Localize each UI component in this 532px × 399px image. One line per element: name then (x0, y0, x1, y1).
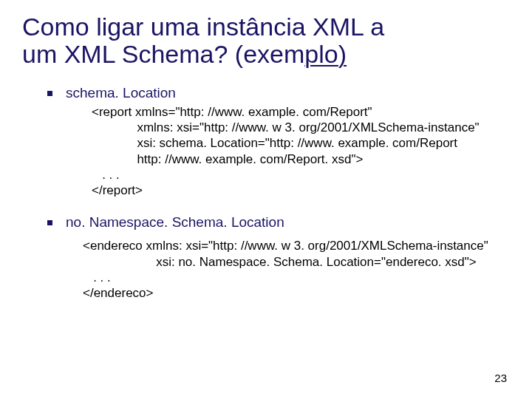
code-block-no-namespace: <endereco xmlns: xsi="http: //www. w 3. … (83, 238, 510, 301)
bullet-square-icon (47, 220, 52, 225)
slide-title: Como ligar uma instância XML a um XML Sc… (22, 13, 510, 69)
code-block-schema-location: <report xmlns="http: //www. example. com… (92, 104, 510, 199)
page-number: 23 (494, 372, 507, 384)
bullet-row: no. Namespace. Schema. Location (47, 214, 510, 231)
bullet-item-1: schema. Location <report xmlns="http: //… (47, 85, 510, 199)
slide: Como ligar uma instância XML a um XML Sc… (0, 0, 532, 399)
bullet-1-label: schema. Location (66, 85, 176, 101)
bullet-item-2: no. Namespace. Schema. Location <enderec… (47, 214, 510, 301)
title-line1: Como ligar uma instância XML a (22, 13, 384, 41)
bullet-row: schema. Location (47, 85, 510, 101)
title-line2-underline: plo) (304, 40, 347, 68)
bullet-2-label: no. Namespace. Schema. Location (66, 214, 284, 231)
title-line2-a: um XML Schema? (exem (22, 40, 304, 68)
bullet-square-icon (47, 91, 52, 96)
